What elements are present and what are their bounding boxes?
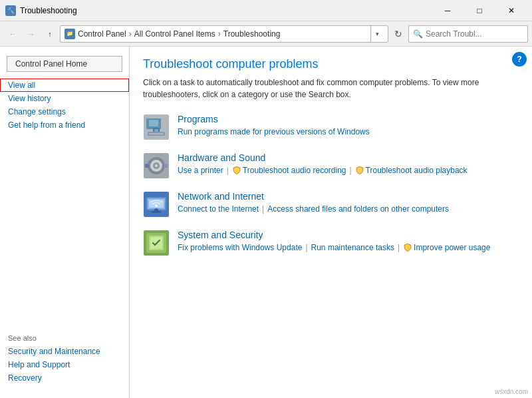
- programs-icon: [143, 114, 170, 140]
- main-container: Control Panel Home View all View history…: [0, 47, 532, 398]
- hw-sep2: |: [349, 166, 351, 175]
- close-button[interactable]: ✕: [496, 0, 527, 21]
- title-bar-left: 🔧 Troubleshooting: [5, 5, 77, 16]
- sys-sep2: |: [398, 243, 400, 252]
- programs-svg: [144, 114, 169, 140]
- svg-rect-4: [154, 129, 158, 132]
- sep2: ›: [218, 29, 221, 39]
- back-button[interactable]: ←: [4, 25, 21, 43]
- programs-title[interactable]: Programs: [178, 114, 370, 124]
- network-icon: [143, 191, 170, 218]
- category-programs: Programs Run programs made for previous …: [143, 114, 519, 140]
- address-content: 📁 Control Panel › All Control Panel Item…: [65, 29, 370, 39]
- system-link-1[interactable]: Run maintenance tasks: [311, 243, 394, 252]
- hardware-icon: [143, 152, 170, 179]
- hardware-link-0[interactable]: Use a printer: [178, 166, 223, 175]
- breadcrumb-all-items[interactable]: All Control Panel Items: [134, 29, 215, 39]
- forward-button[interactable]: →: [23, 25, 40, 43]
- hardware-svg: [144, 153, 169, 178]
- category-network: Network and Internet Connect to the Inte…: [143, 191, 519, 218]
- shield-icon-2: [355, 166, 364, 175]
- sidebar-item-help[interactable]: Help and Support: [0, 358, 129, 371]
- programs-content: Programs Run programs made for previous …: [178, 114, 370, 136]
- system-link-0[interactable]: Fix problems with Windows Update: [178, 243, 302, 252]
- breadcrumb-troubleshooting[interactable]: Troubleshooting: [223, 29, 281, 39]
- svg-rect-12: [145, 164, 149, 168]
- svg-point-20: [155, 204, 158, 207]
- title-bar-controls: ─ □ ✕: [432, 0, 527, 21]
- title-bar: 🔧 Troubleshooting ─ □ ✕: [0, 0, 532, 21]
- programs-links: Run programs made for previous versions …: [178, 127, 370, 136]
- hardware-link-1[interactable]: Troubleshoot audio recording: [243, 166, 346, 175]
- hardware-links: Use a printer | Troubleshoot audio recor…: [178, 166, 467, 175]
- system-svg: [144, 230, 169, 256]
- category-hardware: Hardware and Sound Use a printer | Troub…: [143, 152, 519, 179]
- sidebar-item-change-settings[interactable]: Change settings: [0, 105, 129, 118]
- shield-icon-1: [232, 166, 241, 175]
- sidebar-bottom: See also Security and Maintenance Help a…: [0, 329, 129, 391]
- help-button[interactable]: ?: [512, 52, 527, 67]
- app-icon: 🔧: [5, 5, 16, 16]
- sidebar-item-view-history[interactable]: View history: [0, 92, 129, 105]
- category-system: System and Security Fix problems with Wi…: [143, 230, 519, 256]
- network-link-1[interactable]: Access shared files and folders on other…: [267, 204, 449, 214]
- up-button[interactable]: ↑: [41, 25, 59, 43]
- svg-rect-13: [164, 164, 168, 168]
- sep1: ›: [129, 29, 132, 39]
- content-area: ? Troubleshoot computer problems Click o…: [130, 47, 532, 398]
- programs-link-0[interactable]: Run programs made for previous versions …: [178, 127, 370, 136]
- network-content: Network and Internet Connect to the Inte…: [178, 191, 449, 214]
- see-also-label: See also: [0, 329, 129, 345]
- system-links: Fix problems with Windows Update | Run m…: [178, 243, 490, 252]
- sidebar-item-security[interactable]: Security and Maintenance: [0, 345, 129, 358]
- sidebar-item-get-help[interactable]: Get help from a friend: [0, 118, 129, 132]
- page-description: Click on a task to automatically trouble…: [143, 77, 515, 100]
- refresh-button[interactable]: ↻: [390, 25, 407, 43]
- control-panel-home-link[interactable]: Control Panel Home: [7, 56, 122, 72]
- svg-rect-2: [149, 120, 158, 126]
- shield-icon-3: [403, 243, 412, 252]
- address-dropdown-button[interactable]: ▾: [370, 25, 384, 43]
- watermark: wsxdn.com: [495, 388, 528, 395]
- minimize-button[interactable]: ─: [432, 0, 463, 21]
- svg-rect-6: [149, 133, 164, 134]
- system-icon: [143, 230, 170, 256]
- search-icon: 🔍: [413, 29, 423, 39]
- system-title[interactable]: System and Security: [178, 230, 490, 240]
- network-link-0[interactable]: Connect to the Internet: [178, 204, 259, 214]
- sidebar-item-view-all[interactable]: View all: [0, 79, 129, 92]
- sys-sep1: |: [305, 243, 307, 252]
- system-link-2[interactable]: Improve power usage: [414, 243, 490, 252]
- search-box: 🔍: [408, 25, 528, 43]
- net-sep1: |: [262, 204, 264, 214]
- breadcrumb-control-panel[interactable]: Control Panel: [78, 29, 126, 39]
- sidebar-item-recovery[interactable]: Recovery: [0, 371, 129, 385]
- nav-bar: ← → ↑ 📁 Control Panel › All Control Pane…: [0, 21, 532, 47]
- network-title[interactable]: Network and Internet: [178, 191, 449, 202]
- maximize-button[interactable]: □: [464, 0, 495, 21]
- title-bar-text: Troubleshooting: [20, 6, 77, 15]
- search-input[interactable]: [426, 29, 525, 39]
- hardware-title[interactable]: Hardware and Sound: [178, 152, 467, 163]
- svg-point-11: [155, 164, 158, 167]
- address-bar: 📁 Control Panel › All Control Panel Item…: [60, 25, 388, 43]
- network-links: Connect to the Internet | Access shared …: [178, 204, 449, 214]
- page-title: Troubleshoot computer problems: [143, 57, 519, 71]
- hw-sep1: |: [227, 166, 229, 175]
- system-content: System and Security Fix problems with Wi…: [178, 230, 490, 252]
- hardware-content: Hardware and Sound Use a printer | Troub…: [178, 152, 467, 175]
- svg-rect-19: [152, 211, 161, 213]
- hardware-link-2[interactable]: Troubleshoot audio playback: [366, 166, 467, 175]
- sidebar: Control Panel Home View all View history…: [0, 47, 130, 398]
- network-svg: [144, 192, 169, 217]
- address-icon: 📁: [65, 29, 75, 39]
